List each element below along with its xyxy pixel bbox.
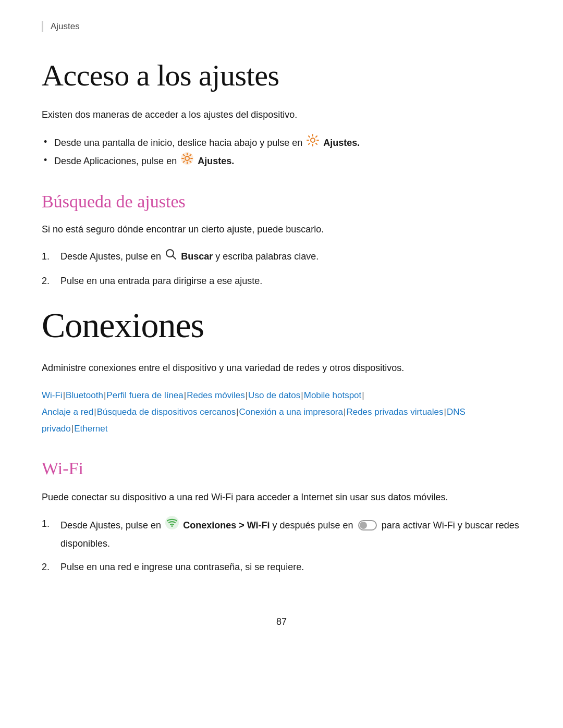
step-num-1: 1. — [42, 249, 50, 265]
toggle-switch-icon — [358, 520, 377, 530]
busqueda-steps: 1. Desde Ajustes, pulse en Buscar y escr… — [42, 249, 521, 289]
acceso-bullet-2: Desde Aplicaciones, pulse en Ajustes. — [42, 152, 521, 171]
wifi-step-num-2: 2. — [42, 559, 50, 575]
link-redes-privadas[interactable]: Redes privadas virtuales — [346, 407, 443, 417]
sep-1: | — [63, 390, 65, 400]
sep-3: | — [184, 390, 186, 400]
busqueda-step-1-text: Desde Ajustes, pulse en Buscar y escriba… — [60, 251, 319, 262]
acceso-bullet-2-text-before: Desde Aplicaciones, pulse en — [54, 156, 179, 166]
wifi-connections-icon — [165, 515, 179, 535]
acceso-bullets: Desde una pantalla de inicio, deslice ha… — [42, 134, 521, 171]
buscar-bold: Buscar — [181, 251, 213, 262]
search-icon — [165, 248, 177, 266]
busqueda-step-1: 1. Desde Ajustes, pulse en Buscar y escr… — [42, 249, 521, 266]
sep-5: | — [301, 390, 303, 400]
link-redes-moviles[interactable]: Redes móviles — [187, 390, 245, 400]
link-uso-datos[interactable]: Uso de datos — [248, 390, 300, 400]
sep-4: | — [246, 390, 248, 400]
sep-11: | — [71, 424, 74, 434]
link-hotspot[interactable]: Mobile hotspot — [304, 390, 362, 400]
sep-7: | — [94, 407, 96, 417]
conexiones-intro: Administre conexiones entre el dispositi… — [42, 361, 521, 376]
breadcrumb: Ajustes — [42, 21, 521, 32]
link-perfil[interactable]: Perfil fuera de línea — [106, 390, 183, 400]
link-wifi[interactable]: Wi-Fi — [42, 390, 63, 400]
busqueda-intro: Si no está seguro dónde encontrar un cie… — [42, 222, 521, 237]
busqueda-step-2-text: Pulse en una entrada para dirigirse a es… — [60, 276, 262, 286]
link-ethernet[interactable]: Ethernet — [74, 424, 107, 434]
acceso-bullet-2-bold: Ajustes. — [198, 156, 234, 166]
conexiones-title: Conexiones — [42, 305, 521, 346]
wifi-section: Wi-Fi Puede conectar su dispositivo a un… — [42, 459, 521, 575]
conexiones-section: Conexiones Administre conexiones entre e… — [42, 305, 521, 575]
sep-9: | — [344, 407, 346, 417]
wifi-title: Wi-Fi — [42, 459, 521, 478]
sep-10: | — [444, 407, 446, 417]
link-anclaje[interactable]: Anclaje a red — [42, 407, 93, 417]
acceso-bullet-1-text-before: Desde una pantalla de inicio, deslice ha… — [54, 137, 305, 147]
sep-8: | — [236, 407, 238, 417]
wifi-intro: Puede conectar su dispositivo a una red … — [42, 490, 521, 505]
step-num-2: 2. — [42, 273, 50, 289]
acceso-bullet-1-bold: Ajustes. — [323, 137, 360, 147]
sep-6: | — [362, 390, 364, 400]
page-number: 87 — [42, 616, 521, 627]
link-busqueda-disp[interactable]: Búsqueda de dispositivos cercanos — [97, 407, 236, 417]
svg-point-0 — [311, 138, 315, 142]
gear-settings-icon — [306, 133, 320, 152]
app-settings-icon — [180, 152, 194, 170]
wifi-steps: 1. Desde Ajustes, pulse en Conexiones > … — [42, 516, 521, 575]
acceso-title: Acceso a los ajustes — [42, 58, 521, 93]
acceso-section: Acceso a los ajustes Existen dos maneras… — [42, 58, 521, 289]
svg-line-4 — [173, 256, 176, 259]
busqueda-title: Búsqueda de ajustes — [42, 192, 521, 212]
conexiones-wifi-bold: Conexiones > Wi-Fi — [183, 520, 270, 530]
wifi-step-1: 1. Desde Ajustes, pulse en Conexiones > … — [42, 516, 521, 551]
wifi-step-2: 2. Pulse en una red e ingrese una contra… — [42, 559, 521, 575]
sep-2: | — [104, 390, 106, 400]
acceso-intro: Existen dos maneras de acceder a los aju… — [42, 107, 521, 122]
svg-point-5 — [165, 516, 179, 529]
svg-point-6 — [172, 525, 173, 527]
acceso-bullet-1: Desde una pantalla de inicio, deslice ha… — [42, 134, 521, 153]
link-bluetooth[interactable]: Bluetooth — [66, 390, 103, 400]
busqueda-step-2: 2. Pulse en una entrada para dirigirse a… — [42, 273, 521, 289]
conexiones-links: Wi-Fi|Bluetooth|Perfil fuera de línea|Re… — [42, 387, 521, 438]
breadcrumb-label: Ajustes — [51, 21, 80, 31]
wifi-step-num-1: 1. — [42, 516, 50, 532]
wifi-step-2-text: Pulse en una red e ingrese una contraseñ… — [60, 562, 304, 572]
link-conexion-impresora[interactable]: Conexión a una impresora — [239, 407, 343, 417]
wifi-step-1-text: Desde Ajustes, pulse en Conexiones > Wi-… — [60, 520, 519, 549]
